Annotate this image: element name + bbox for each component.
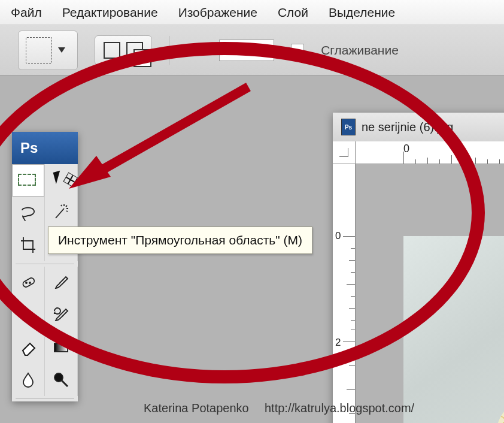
- watermark-author: Katerina Potapenko: [144, 401, 249, 415]
- healing-icon: [18, 273, 38, 293]
- selection-mode-group: [95, 35, 152, 65]
- tool-healing[interactable]: [12, 267, 45, 299]
- blur-icon: [18, 370, 38, 390]
- tool-dodge[interactable]: [45, 364, 78, 396]
- canvas-area[interactable]: [356, 164, 504, 423]
- mode-add-icon[interactable]: [126, 42, 143, 59]
- tool-eraser[interactable]: [12, 331, 45, 364]
- stamp-icon: [18, 305, 38, 325]
- marquee-icon: [18, 174, 36, 186]
- menubar[interactable]: Файл Редактирование Изображение Слой Выд…: [0, 0, 504, 25]
- menu-select[interactable]: Выделение: [329, 5, 395, 20]
- lasso-icon: [18, 203, 38, 223]
- wand-icon: [51, 203, 71, 223]
- ps-logo: Ps: [20, 140, 38, 156]
- image-content: [403, 236, 504, 423]
- menu-image[interactable]: Изображение: [178, 5, 257, 20]
- ruler-vertical[interactable]: 0 2: [333, 164, 356, 423]
- tool-tooltip: Инструмент "Прямоугольная область" (M): [48, 226, 312, 254]
- image-pillow: [491, 388, 504, 423]
- tool-preset-dropdown[interactable]: [18, 31, 78, 70]
- svg-point-2: [29, 282, 31, 283]
- mode-new-icon[interactable]: [104, 42, 120, 59]
- brush-icon: [51, 273, 71, 293]
- marquee-icon: [26, 37, 52, 64]
- ruler-horizontal[interactable]: 0 2: [356, 141, 504, 164]
- toolbox-header[interactable]: Ps: [12, 132, 78, 164]
- feather-input[interactable]: [219, 40, 274, 61]
- tool-gradient[interactable]: [45, 331, 78, 364]
- document-filename: ne serijnie (6).jpg: [362, 120, 453, 134]
- crop-icon: [18, 235, 38, 255]
- gradient-icon: [51, 337, 71, 358]
- smoothing-label: Сглаживание: [321, 43, 399, 58]
- tool-wand[interactable]: [45, 197, 78, 229]
- tool-lasso[interactable]: [12, 197, 45, 229]
- menu-file[interactable]: Файл: [11, 5, 42, 20]
- tool-blur[interactable]: [12, 364, 45, 396]
- tool-history-brush[interactable]: [45, 299, 78, 331]
- document-titlebar[interactable]: ne serijnie (6).jpg: [333, 113, 504, 141]
- ruler-h-label-0: 0: [403, 143, 409, 155]
- menu-layer[interactable]: Слой: [278, 5, 308, 20]
- ruler-v-label-0: 0: [335, 230, 341, 242]
- tool-stamp[interactable]: [12, 299, 45, 331]
- chevron-down-icon: [58, 47, 65, 53]
- move-icon: [53, 171, 63, 184]
- document-window[interactable]: ne serijnie (6).jpg 0 2 0 2: [333, 113, 504, 423]
- options-bar: ка: Сглаживание: [0, 25, 504, 75]
- toolbox-panel[interactable]: Ps: [12, 132, 78, 401]
- svg-point-5: [54, 373, 63, 382]
- smoothing-checkbox[interactable]: [291, 44, 304, 57]
- tool-brush[interactable]: [45, 267, 78, 299]
- ruler-origin[interactable]: [333, 141, 356, 164]
- watermark-url: http://katrulya.blogspot.com/: [265, 401, 414, 415]
- svg-rect-4: [54, 343, 68, 352]
- svg-rect-0: [22, 277, 35, 288]
- divider: [169, 36, 169, 65]
- history-brush-icon: [51, 305, 71, 325]
- dodge-icon: [51, 370, 71, 390]
- tool-crop[interactable]: [12, 229, 45, 261]
- eraser-icon: [18, 337, 38, 358]
- tool-marquee[interactable]: [12, 164, 45, 197]
- tool-move[interactable]: [45, 164, 78, 197]
- svg-point-1: [26, 282, 27, 283]
- ruler-v-label-2: 2: [335, 337, 341, 349]
- menu-edit[interactable]: Редактирование: [62, 5, 158, 20]
- ps-doc-icon: [341, 119, 356, 135]
